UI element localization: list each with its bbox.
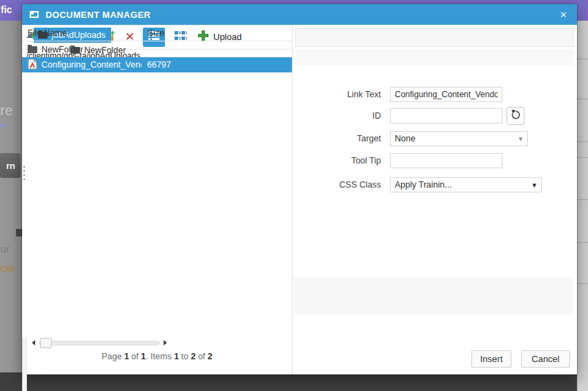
backdrop-top-bar-text: fic	[1, 4, 12, 15]
backdrop-text-fragment: re	[0, 102, 13, 119]
target-dropdown[interactable]: None ▾	[390, 131, 528, 146]
file-row-pdf-selected[interactable]: Configuring_Content_Vendo 66797	[22, 57, 292, 72]
id-label: ID	[293, 111, 381, 121]
pdf-file-icon	[28, 59, 37, 72]
properties-panel: Link Text ID	[293, 25, 577, 374]
dialog-title: DOCUMENT MANAGER	[46, 10, 150, 20]
chevron-down-icon: ▾	[532, 181, 536, 190]
backdrop-button-fragment: rn	[0, 153, 21, 178]
file-explorer: ✕	[22, 25, 293, 374]
target-label: Target	[293, 134, 381, 143]
tool-tip-label: Tool Tip	[293, 156, 381, 166]
rotate-refresh-icon	[511, 109, 521, 123]
column-header-file-name[interactable]: File Name	[22, 28, 141, 38]
properties-gray-band	[294, 277, 573, 314]
backdrop-row-divider	[577, 283, 588, 284]
folder-icon	[28, 46, 37, 53]
scroll-left-icon[interactable]	[32, 340, 35, 345]
backdrop-left-strip	[0, 21, 22, 372]
file-name: Configuring_Content_Vendo	[41, 60, 141, 70]
link-text-label: Link Text	[293, 90, 381, 99]
tool-tip-input[interactable]	[390, 153, 502, 168]
backdrop-text-fragment: UI'	[1, 245, 10, 254]
css-class-value: Apply Trainin...	[395, 180, 452, 190]
file-size: 66797	[141, 60, 171, 70]
id-refresh-button[interactable]	[507, 107, 525, 125]
pager-status: Page 1 of 1. Items 1 to 2 of 2	[22, 352, 292, 361]
scrollbar-track[interactable]	[39, 341, 159, 345]
backdrop-link-fragment: el:	[1, 121, 9, 130]
scroll-right-icon[interactable]	[164, 340, 167, 345]
scrollbar-thumb[interactable]	[40, 338, 52, 348]
file-list-header: File Name Size	[22, 25, 292, 41]
backdrop-row-divider	[577, 99, 588, 99]
backdrop-row-divider	[577, 59, 588, 59]
backdrop-row-divider	[577, 157, 588, 158]
screen: re el: rn UI' CRI fic DOCUMENT MANAGER ✕	[0, 0, 588, 391]
file-row-newfolder[interactable]: NewFolder	[22, 42, 292, 57]
properties-top-box	[295, 28, 574, 47]
splitter-grip-dot	[23, 166, 25, 168]
column-header-size[interactable]: Size	[141, 26, 164, 41]
link-text-input[interactable]	[390, 87, 502, 102]
insert-button[interactable]: Insert	[471, 350, 511, 368]
backdrop-row-divider	[577, 242, 588, 243]
document-manager-dialog: DOCUMENT MANAGER ✕	[22, 4, 577, 374]
backdrop-text-fragment: CRI	[1, 265, 14, 273]
id-input[interactable]	[390, 108, 502, 123]
dialog-body: ✕	[22, 25, 577, 374]
splitter-grip-dot	[23, 170, 25, 172]
splitter-grip-dot	[23, 179, 25, 180]
panel-splitter[interactable]	[22, 338, 27, 391]
splitter-grip-dot	[23, 174, 25, 176]
horizontal-scrollbar[interactable]	[32, 337, 167, 349]
css-class-dropdown[interactable]: Apply Trainin... ▾	[390, 177, 542, 192]
chevron-down-icon: ▾	[518, 134, 522, 143]
backdrop-small-icon	[16, 229, 22, 237]
backdrop-right-strip	[577, 21, 588, 391]
target-value: None	[395, 134, 415, 143]
backdrop-row-divider	[577, 199, 588, 200]
dialog-titlebar: DOCUMENT MANAGER ✕	[22, 4, 577, 25]
cancel-button[interactable]: Cancel	[521, 350, 570, 368]
file-name: NewFolder	[41, 45, 83, 54]
backdrop-row-divider	[577, 141, 588, 142]
folder-tree: jobAdUploads NewFolder	[22, 62, 117, 338]
properties-sub-box	[295, 50, 574, 66]
css-class-label: CSS Class	[293, 180, 381, 190]
window-icon	[30, 11, 39, 18]
close-icon[interactable]: ✕	[560, 10, 567, 20]
